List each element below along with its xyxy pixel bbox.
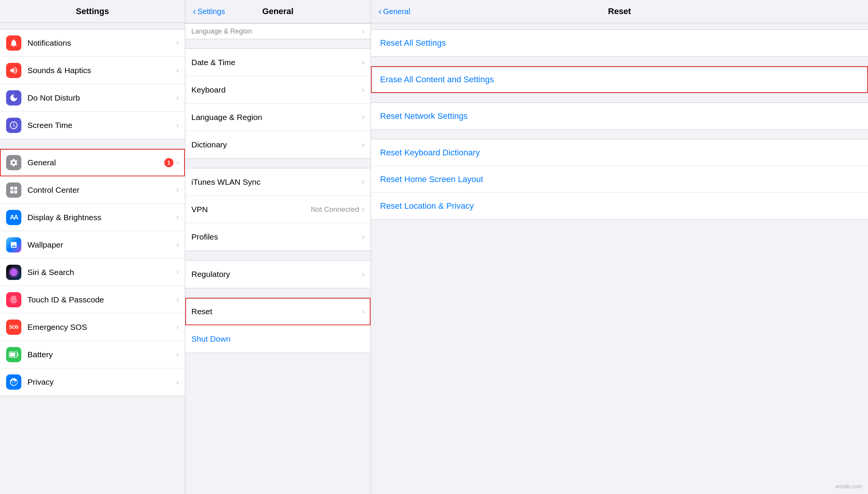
donotdisturb-icon: [6, 90, 21, 106]
svg-rect-4: [10, 353, 15, 357]
sounds-icon: [6, 63, 21, 78]
chevron-icon: ›: [176, 158, 179, 166]
chevron-icon: ›: [176, 39, 179, 47]
settings-column: Settings Notifications › Sounds & Haptic…: [0, 0, 185, 494]
reset-row-keyboard[interactable]: Reset Keyboard Dictionary: [371, 139, 868, 166]
chevron-icon: ›: [362, 205, 364, 213]
screentime-icon: [6, 118, 21, 133]
reset-section-2: Erase All Content and Settings: [371, 66, 868, 93]
reset-section-3: Reset Network Settings: [371, 102, 868, 130]
chevron-icon: ›: [176, 323, 179, 331]
chevron-icon: ›: [362, 58, 364, 66]
chevron-icon: ›: [176, 213, 179, 221]
settings-row-notifications[interactable]: Notifications ›: [0, 29, 185, 57]
general-header: ‹ Settings General: [185, 0, 371, 23]
back-chevron-icon: ‹: [379, 6, 382, 17]
general-row-vpn[interactable]: VPN Not Connected ›: [185, 196, 371, 223]
vpn-value: Not Connected: [311, 205, 359, 214]
settings-row-siri[interactable]: Siri & Search ›: [0, 259, 185, 286]
reset-row-location[interactable]: Reset Location & Privacy: [371, 193, 868, 219]
itunes-label: iTunes WLAN Sync: [191, 177, 362, 187]
general-icon: [6, 155, 21, 170]
general-row-reset[interactable]: Reset ›: [185, 298, 371, 325]
watermark: wsxdn.com: [835, 483, 862, 489]
reset-section-4: Reset Keyboard Dictionary Reset Home Scr…: [371, 139, 868, 220]
datetime-label: Date & Time: [191, 58, 362, 67]
notifications-icon: [6, 35, 21, 51]
sounds-label: Sounds & Haptics: [27, 66, 176, 75]
reset-row-erase-all[interactable]: Erase All Content and Settings: [371, 66, 868, 93]
reset-list: Reset All Settings Erase All Content and…: [371, 23, 868, 494]
svg-rect-5: [17, 353, 18, 356]
chevron-icon: ›: [362, 86, 364, 94]
general-row-regulatory[interactable]: Regulatory ›: [185, 261, 371, 288]
settings-row-sounds[interactable]: Sounds & Haptics ›: [0, 57, 185, 84]
chevron-icon: ›: [362, 178, 364, 186]
chevron-icon: ›: [176, 66, 179, 74]
settings-row-emergencysos[interactable]: SOS Emergency SOS ›: [0, 313, 185, 341]
siri-icon: [6, 265, 21, 280]
reset-row-homescreen[interactable]: Reset Home Screen Layout: [371, 166, 868, 193]
chevron-icon: ›: [362, 27, 364, 35]
back-chevron-icon: ‹: [193, 6, 196, 17]
privacy-label: Privacy: [27, 377, 176, 387]
chevron-icon: ›: [176, 378, 179, 386]
general-section-4: Reset › Shut Down: [185, 297, 371, 353]
general-section-top: Language & Region ›: [185, 23, 371, 39]
reset-title: Reset: [608, 6, 631, 16]
general-row-dictionary[interactable]: Dictionary ›: [185, 131, 371, 158]
back-label: General: [383, 7, 410, 16]
reset-header: ‹ General Reset: [371, 0, 868, 23]
back-to-settings[interactable]: ‹ Settings: [193, 6, 225, 17]
battery-icon: [6, 347, 21, 362]
displaybrightness-icon: AA: [6, 210, 21, 225]
general-row-shutdown[interactable]: Shut Down: [185, 325, 371, 353]
reset-section-1: Reset All Settings: [371, 29, 868, 57]
reset-homescreen-label: Reset Home Screen Layout: [380, 174, 859, 184]
settings-row-displaybrightness[interactable]: AA Display & Brightness ›: [0, 204, 185, 231]
general-row-keyboard[interactable]: Keyboard ›: [185, 76, 371, 104]
wallpaper-label: Wallpaper: [27, 240, 176, 249]
donotdisturb-label: Do Not Disturb: [27, 93, 176, 102]
general-badge: 1: [164, 158, 173, 167]
chevron-icon: ›: [176, 268, 179, 276]
svg-point-1: [11, 270, 17, 274]
settings-section-2: General 1 › Control Center › AA Display …: [0, 149, 185, 396]
settings-list: Notifications › Sounds & Haptics › Do No…: [0, 23, 185, 494]
settings-row-controlcenter[interactable]: Control Center ›: [0, 176, 185, 204]
reset-label: Reset: [191, 307, 362, 316]
reset-row-network[interactable]: Reset Network Settings: [371, 103, 868, 129]
reset-nav: ‹ General Reset: [379, 6, 860, 17]
general-row-datetime[interactable]: Date & Time ›: [185, 49, 371, 76]
settings-row-wallpaper[interactable]: Wallpaper ›: [0, 231, 185, 259]
general-column: ‹ Settings General Language & Region › D…: [185, 0, 371, 494]
settings-title: Settings: [8, 6, 177, 16]
reset-row-all-settings[interactable]: Reset All Settings: [371, 30, 868, 56]
language-label: Language & Region: [191, 113, 362, 122]
chevron-icon: ›: [362, 307, 364, 315]
general-section-2: iTunes WLAN Sync › VPN Not Connected › P…: [185, 168, 371, 251]
keyboard-label: Keyboard: [191, 85, 362, 94]
settings-row-screentime[interactable]: Screen Time ›: [0, 112, 185, 139]
chevron-icon: ›: [176, 241, 179, 249]
settings-row-battery[interactable]: Battery ›: [0, 341, 185, 368]
settings-row-privacy[interactable]: Privacy ›: [0, 368, 185, 396]
settings-header: Settings: [0, 0, 185, 23]
settings-row-touchid[interactable]: Touch ID & Passcode ›: [0, 286, 185, 313]
chevron-icon: ›: [176, 122, 179, 129]
general-row-profiles[interactable]: Profiles ›: [185, 223, 371, 251]
settings-row-general[interactable]: General 1 ›: [0, 149, 185, 176]
chevron-icon: ›: [362, 113, 364, 121]
screentime-label: Screen Time: [27, 121, 176, 130]
chevron-icon: ›: [176, 296, 179, 304]
controlcenter-icon: [6, 182, 21, 198]
general-row-partial[interactable]: Language & Region ›: [185, 24, 371, 39]
general-section-1: Date & Time › Keyboard › Language & Regi…: [185, 48, 371, 159]
general-row-language[interactable]: Language & Region ›: [185, 104, 371, 131]
settings-section-1: Notifications › Sounds & Haptics › Do No…: [0, 29, 185, 139]
touchid-label: Touch ID & Passcode: [27, 295, 176, 304]
general-nav: ‹ Settings General: [193, 6, 363, 17]
general-row-itunes[interactable]: iTunes WLAN Sync ›: [185, 168, 371, 196]
back-to-general[interactable]: ‹ General: [379, 6, 410, 17]
settings-row-donotdisturb[interactable]: Do Not Disturb ›: [0, 84, 185, 112]
